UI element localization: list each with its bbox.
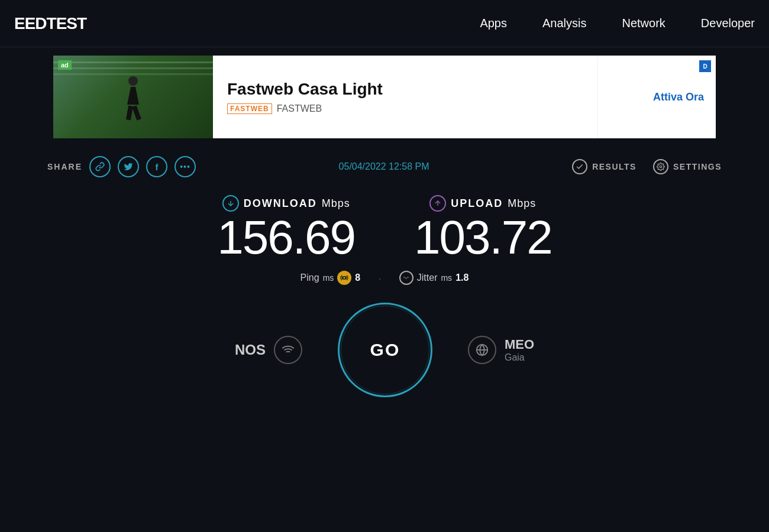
- upload-icon: [429, 195, 446, 212]
- share-label: SHARE: [47, 162, 82, 171]
- download-unit: Mbps: [322, 197, 350, 210]
- ad-corner-badge: D: [699, 60, 711, 72]
- toolbar: SHARE f ••• 05/04/2022 12:58 PM: [0, 144, 769, 189]
- upload-value: 103.72: [414, 214, 552, 261]
- network-right: MEO Gaia: [468, 336, 534, 364]
- network-left: NOS: [235, 336, 302, 364]
- jitter-unit: ms: [441, 273, 452, 283]
- settings-label: SETTINGS: [673, 162, 722, 171]
- ping-label: Ping: [301, 273, 319, 283]
- jitter-value: 1.8: [455, 273, 468, 283]
- go-button[interactable]: GO: [338, 303, 432, 397]
- nav-apps[interactable]: Apps: [480, 17, 507, 30]
- logo: EEDTEST: [14, 14, 86, 33]
- datetime: 05/04/2022 12:58 PM: [339, 161, 429, 172]
- nav-analysis[interactable]: Analysis: [542, 17, 586, 30]
- share-twitter-icon[interactable]: [118, 156, 139, 177]
- ad-provider-name: FASTWEB: [277, 103, 322, 114]
- download-value: 156.69: [217, 214, 355, 261]
- upload-label: UPLOAD: [451, 197, 503, 210]
- share-more-icon[interactable]: •••: [175, 156, 196, 177]
- check-icon: [572, 159, 587, 174]
- go-section: NOS GO MEO Gaia: [0, 303, 769, 397]
- ad-cta[interactable]: Attiva Ora: [597, 56, 716, 138]
- download-icon: [222, 195, 239, 212]
- jitter-stat: Jitter ms 1.8: [399, 271, 469, 285]
- server-info: MEO Gaia: [505, 337, 534, 363]
- ad-image: [53, 56, 213, 138]
- server-name: MEO: [505, 337, 534, 352]
- results-label: RESULTS: [592, 162, 636, 171]
- share-section: SHARE f •••: [47, 156, 196, 177]
- share-link-icon[interactable]: [89, 156, 111, 177]
- download-header: DOWNLOAD Mbps: [217, 195, 355, 212]
- nav-network[interactable]: Network: [622, 17, 665, 30]
- download-label: DOWNLOAD: [244, 197, 317, 210]
- upload-unit: Mbps: [508, 197, 536, 210]
- ad-provider-logo: FASTWEB: [227, 103, 272, 114]
- settings-button[interactable]: SETTINGS: [653, 159, 722, 174]
- results-button[interactable]: RESULTS: [572, 159, 636, 174]
- header: EEDTEST Apps Analysis Network Developer: [0, 0, 769, 47]
- ping-stat: Ping ms 8: [301, 271, 361, 285]
- ad-banner: ad Fastweb Casa Light FASTWEB FASTWEB At…: [53, 56, 716, 138]
- share-facebook-icon[interactable]: f: [146, 156, 167, 177]
- nav: Apps Analysis Network Developer: [480, 17, 755, 30]
- server-location: Gaia: [505, 352, 534, 363]
- svg-point-3: [343, 277, 346, 280]
- upload-header: UPLOAD Mbps: [414, 195, 552, 212]
- wifi-icon[interactable]: [274, 336, 302, 364]
- upload-block: UPLOAD Mbps 103.72: [414, 195, 552, 261]
- ad-cta-text[interactable]: Attiva Ora: [653, 91, 704, 103]
- jitter-icon: [399, 271, 413, 285]
- stat-divider: ·: [378, 271, 382, 285]
- speed-section: DOWNLOAD Mbps 156.69 UPLOAD Mbps 103.72: [0, 195, 769, 261]
- ping-icon: [337, 271, 351, 285]
- globe-icon[interactable]: [468, 336, 496, 364]
- ad-title: Fastweb Casa Light: [227, 80, 583, 99]
- gear-icon: [653, 159, 668, 174]
- jitter-label: Jitter: [417, 273, 438, 283]
- svg-point-0: [660, 166, 662, 168]
- ping-unit: ms: [323, 273, 334, 283]
- ad-label: ad: [58, 60, 72, 70]
- network-left-name: NOS: [235, 342, 266, 358]
- ad-provider: FASTWEB FASTWEB: [227, 103, 583, 114]
- right-actions: RESULTS SETTINGS: [572, 159, 722, 174]
- go-label: GO: [370, 340, 400, 360]
- download-block: DOWNLOAD Mbps 156.69: [217, 195, 355, 261]
- ad-content: Fastweb Casa Light FASTWEB FASTWEB: [213, 56, 597, 138]
- ping-jitter-section: Ping ms 8 · Jitter ms 1.8: [0, 271, 769, 285]
- ping-value: 8: [355, 273, 360, 283]
- nav-developer[interactable]: Developer: [701, 17, 755, 30]
